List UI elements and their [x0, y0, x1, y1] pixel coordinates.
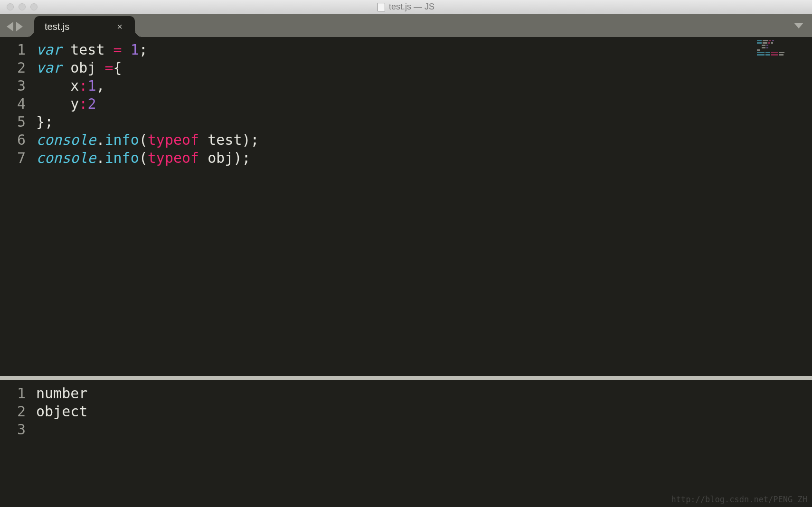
file-icon	[378, 3, 385, 11]
history-nav	[7, 22, 23, 31]
line-number[interactable]: 4	[0, 95, 26, 113]
editor-code[interactable]: var test = 1;var obj ={ x:1, y:2};consol…	[36, 37, 812, 376]
editor-panes: 1234567 var test = 1;var obj ={ x:1, y:2…	[0, 37, 812, 507]
window-title-text: test.js — JS	[389, 2, 434, 12]
watermark: http://blog.csdn.net/PENG_ZH	[671, 495, 807, 504]
minimize-window-button[interactable]	[19, 3, 26, 10]
tab-close-button[interactable]: ×	[117, 21, 123, 32]
code-line[interactable]: console.info(typeof obj);	[36, 149, 812, 167]
line-number[interactable]: 2	[0, 59, 26, 77]
console-panel[interactable]: 123 numberobject http://blog.csdn.net/PE…	[0, 380, 812, 507]
minimap[interactable]	[757, 40, 809, 56]
history-forward-button[interactable]	[16, 22, 23, 31]
console-line[interactable]: number	[36, 385, 812, 403]
code-line[interactable]: y:2	[36, 95, 812, 113]
console-output[interactable]: numberobject	[36, 380, 812, 507]
pane-divider[interactable]	[0, 376, 812, 380]
tab-bar: test.js ×	[0, 14, 812, 37]
line-number[interactable]: 3	[0, 421, 26, 439]
line-number[interactable]: 6	[0, 131, 26, 149]
history-back-button[interactable]	[7, 22, 13, 31]
tab-test-js[interactable]: test.js ×	[34, 16, 135, 37]
tab-label: test.js	[45, 21, 69, 32]
line-number[interactable]: 7	[0, 149, 26, 167]
code-line[interactable]: console.info(typeof test);	[36, 131, 812, 149]
code-line[interactable]: x:1,	[36, 77, 812, 95]
code-line[interactable]: var test = 1;	[36, 41, 812, 59]
line-number[interactable]: 1	[0, 41, 26, 59]
line-number[interactable]: 1	[0, 385, 26, 403]
zoom-window-button[interactable]	[30, 3, 38, 10]
tab-menu-button[interactable]	[794, 23, 803, 28]
code-editor[interactable]: 1234567 var test = 1;var obj ={ x:1, y:2…	[0, 37, 812, 376]
chevron-down-icon	[794, 23, 803, 28]
editor-window: test.js — JS test.js × 1234567 var test …	[0, 0, 812, 507]
line-number[interactable]: 2	[0, 403, 26, 421]
close-window-button[interactable]	[7, 3, 14, 10]
window-title: test.js — JS	[378, 2, 434, 12]
code-line[interactable]: var obj ={	[36, 59, 812, 77]
line-number[interactable]: 5	[0, 113, 26, 131]
titlebar[interactable]: test.js — JS	[0, 0, 812, 14]
editor-gutter[interactable]: 1234567	[0, 37, 36, 376]
console-gutter[interactable]: 123	[0, 380, 36, 507]
line-number[interactable]: 3	[0, 77, 26, 95]
window-controls	[0, 3, 38, 10]
console-line[interactable]: object	[36, 403, 812, 421]
console-line[interactable]	[36, 421, 812, 439]
code-line[interactable]: };	[36, 113, 812, 131]
